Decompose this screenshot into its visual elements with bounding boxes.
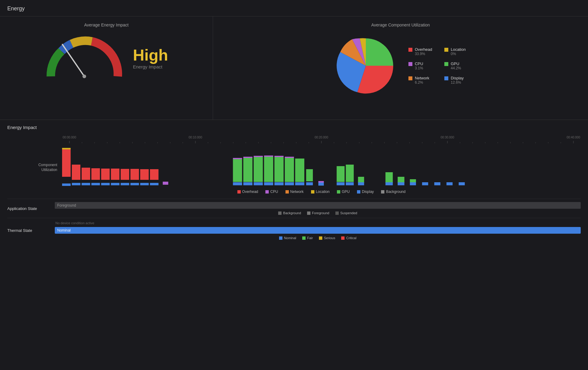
svg-rect-106 (422, 182, 428, 185)
svg-rect-93 (318, 183, 324, 186)
gauge-container: High Energy Impact (45, 35, 168, 81)
cpu-text: CPU 3.1% (415, 61, 423, 70)
application-state-row: Application State Foreground Background … (7, 199, 581, 218)
average-component-utilization-panel: Average Component Utilization (213, 16, 588, 120)
svg-rect-61 (121, 169, 129, 180)
top-panels: Average Energy Impact (0, 16, 588, 120)
svg-rect-50 (62, 183, 71, 186)
thermal-note: No device condition active (55, 221, 581, 225)
display-legend-swatch (357, 190, 360, 194)
average-energy-impact-title: Average Energy Impact (84, 23, 128, 27)
svg-rect-74 (243, 157, 252, 158)
cpu-swatch (408, 62, 412, 66)
svg-rect-83 (275, 156, 284, 157)
gauge-svg (45, 35, 124, 81)
chart-legend-cpu: CPU (265, 190, 278, 194)
app-state-legend-suspended: Suspended (335, 211, 357, 215)
application-foreground-fill (55, 202, 581, 209)
svg-rect-57 (101, 169, 110, 180)
app-state-legend-background: Background (278, 211, 301, 215)
fair-swatch (302, 236, 306, 240)
app-suspended-swatch (335, 211, 339, 215)
svg-rect-71 (233, 158, 242, 159)
thermal-state-label: Thermal State (7, 228, 55, 233)
average-component-utilization-title: Average Component Utilization (371, 23, 430, 27)
svg-rect-78 (254, 182, 263, 185)
gauge-label: High Energy Impact (133, 47, 168, 69)
svg-rect-68 (150, 183, 159, 185)
svg-rect-82 (275, 157, 284, 182)
gpu-legend-swatch (337, 190, 340, 194)
gauge-subtitle: Energy Impact (133, 64, 168, 69)
svg-rect-104 (410, 179, 416, 182)
svg-text:00:30.000: 00:30.000 (441, 136, 454, 139)
svg-rect-48 (62, 149, 71, 177)
svg-text:00:00.000: 00:00.000 (63, 136, 76, 139)
svg-rect-92 (318, 181, 324, 183)
svg-rect-96 (346, 165, 354, 182)
app-state-legend-foreground: Foreground (307, 211, 329, 215)
svg-rect-79 (264, 157, 273, 182)
svg-line-0 (62, 44, 84, 76)
overhead-text: Overhead 33.9% (415, 47, 432, 56)
app-foreground-swatch (307, 211, 310, 215)
overhead-swatch (408, 48, 412, 52)
svg-rect-60 (111, 183, 119, 185)
chart-legend-gpu: GPU (337, 190, 350, 194)
component-utilization-chart: ComponentUtilization (15, 149, 575, 186)
svg-rect-67 (150, 169, 159, 180)
svg-rect-53 (82, 168, 90, 180)
chart-y-label: ComponentUtilization (15, 163, 62, 172)
thermal-state-bar-area: No device condition active Nominal Nomin… (55, 221, 581, 240)
svg-rect-103 (398, 182, 404, 185)
svg-rect-84 (275, 182, 284, 185)
background-legend-swatch (381, 190, 384, 194)
svg-rect-94 (337, 166, 345, 182)
display-text: Display 12.6% (451, 76, 464, 85)
legend-item-cpu: CPU 3.1% (408, 61, 432, 70)
legend-item-gpu: GPU 44.2% (444, 61, 466, 70)
cpu-legend-swatch (265, 190, 269, 194)
svg-rect-72 (233, 182, 242, 185)
svg-text:00:20.000: 00:20.000 (315, 136, 328, 139)
gpu-swatch (444, 62, 448, 66)
energy-impact-section: Energy Impact 00:00.000 00:10.000 00:20.… (0, 120, 588, 194)
thermal-legend-fair: Fair (302, 236, 313, 240)
legend-col-left: Overhead 33.9% CPU 3.1% (408, 47, 432, 85)
average-energy-impact-panel: Average Energy Impact (0, 16, 213, 120)
svg-rect-59 (111, 169, 119, 180)
chart-legend-network: Network (285, 190, 304, 194)
svg-rect-77 (254, 156, 263, 157)
location-legend-swatch (311, 190, 314, 194)
svg-text:00:40.000: 00:40.000 (567, 136, 580, 139)
application-state-label: Application State (7, 206, 55, 211)
overhead-legend-swatch (237, 190, 241, 194)
svg-rect-89 (295, 182, 304, 185)
timeline-ruler: 00:00.000 00:10.000 00:20.000 00:30.000 … (69, 132, 573, 143)
svg-rect-66 (140, 183, 149, 185)
thermal-state-bar: Nominal (55, 227, 581, 234)
location-swatch (444, 48, 448, 52)
svg-rect-76 (254, 157, 263, 182)
critical-swatch (341, 236, 345, 240)
svg-rect-63 (131, 169, 139, 180)
thermal-state-legend: Nominal Fair Serious Critical (55, 236, 581, 240)
svg-rect-69 (163, 182, 168, 185)
network-swatch (408, 76, 412, 80)
svg-rect-107 (434, 182, 440, 185)
svg-rect-64 (131, 183, 139, 185)
thermal-state-text: Nominal (57, 228, 71, 232)
svg-rect-52 (72, 183, 80, 185)
thermal-legend-critical: Critical (341, 236, 356, 240)
svg-rect-97 (346, 182, 354, 185)
gpu-text: GPU 44.2% (451, 61, 461, 70)
svg-rect-95 (337, 182, 345, 185)
svg-rect-108 (446, 182, 453, 185)
pie-legend: Overhead 33.9% CPU 3.1% (408, 47, 466, 85)
svg-rect-55 (91, 168, 100, 180)
network-legend-swatch (285, 190, 289, 194)
svg-rect-85 (285, 158, 294, 182)
nominal-swatch (279, 236, 282, 240)
energy-impact-title: Energy Impact (7, 125, 581, 130)
svg-rect-101 (386, 182, 393, 185)
